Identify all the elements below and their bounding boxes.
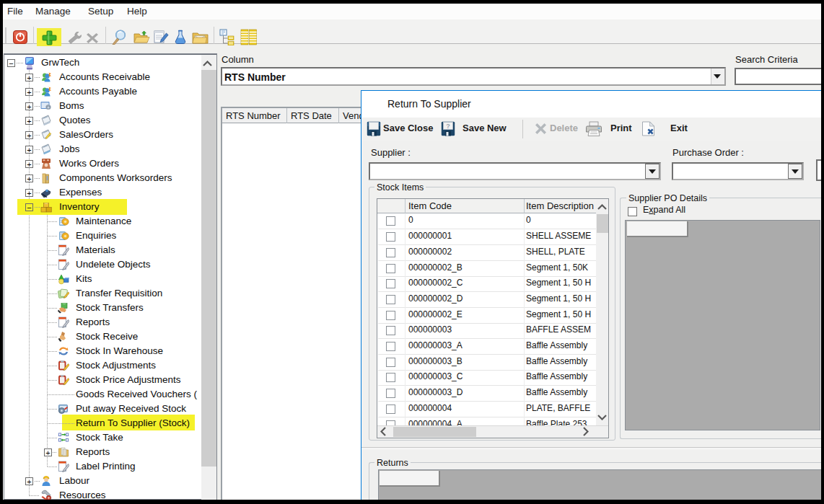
svg-text:?: ? (446, 123, 450, 130)
